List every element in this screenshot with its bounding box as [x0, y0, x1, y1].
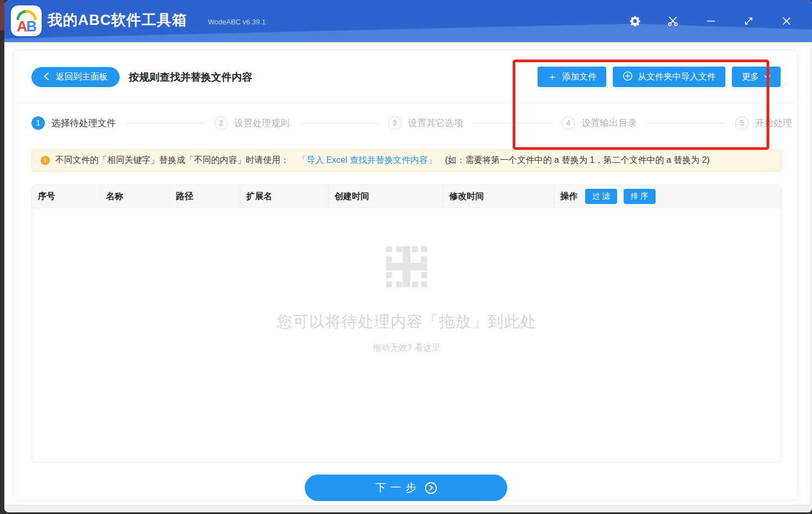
logo-letter-a: A	[17, 18, 27, 35]
column-header-actions: 操作 过滤 排序	[554, 185, 781, 208]
back-to-dashboard-button[interactable]: 返回到主面板	[31, 67, 120, 87]
chevron-down-icon	[764, 72, 771, 82]
plus-icon: ＋	[547, 72, 557, 82]
minimize-button[interactable]	[692, 8, 730, 34]
import-from-folder-button[interactable]: 从文件夹中导入文件	[613, 67, 725, 87]
banner-text-after: (如：需要将第一个文件中的 a 替换为 1，第二个文件中的 a 替换为 2)	[445, 155, 710, 166]
step-select-files[interactable]: 1 选择待处理文件	[31, 116, 116, 130]
step-label: 选择待处理文件	[51, 117, 116, 129]
app-window: AB 我的ABC软件工具箱 WodeABC v6.39.1	[4, 0, 812, 512]
step-label: 设置输出目录	[581, 117, 637, 129]
add-files-button[interactable]: ＋ 添加文件	[538, 67, 606, 87]
column-header-index: 序号	[32, 185, 100, 208]
window-bottom-bar	[4, 505, 812, 512]
screenshot-tool-button[interactable]	[654, 8, 692, 34]
circle-arrow-right-icon	[425, 482, 437, 494]
file-table: 序号 名称 路径 扩展名 创建时间 修改时间 操作 过滤 排序	[31, 184, 782, 463]
close-icon	[781, 16, 792, 27]
actions-label: 操作	[560, 191, 578, 202]
more-button-label: 更多	[742, 71, 759, 83]
next-step-label: 下一步	[375, 480, 421, 495]
banner-text-before: 不同文件的「相同关键字」替换成「不同的内容」时请使用：	[55, 155, 289, 166]
resize-icon	[743, 16, 754, 27]
step-label: 开始处理	[755, 117, 792, 129]
close-button[interactable]	[768, 8, 806, 34]
table-header: 序号 名称 路径 扩展名 创建时间 修改时间 操作 过滤 排序	[32, 185, 781, 208]
back-button-label: 返回到主面板	[56, 71, 108, 83]
step-connector	[299, 123, 378, 123]
app-version: WodeABC v6.39.1	[208, 18, 266, 26]
maximize-button[interactable]	[730, 8, 768, 34]
step-number: 5	[735, 116, 749, 130]
step-other-options[interactable]: 3 设置其它选项	[388, 116, 463, 130]
step-start-processing[interactable]: 5 开始处理	[735, 116, 792, 130]
scissors-icon	[667, 15, 679, 27]
warning-icon: !	[41, 156, 50, 165]
drop-zone-plus-icon	[386, 246, 427, 287]
step-number: 3	[388, 116, 402, 130]
titlebar: AB 我的ABC软件工具箱 WodeABC v6.39.1	[4, 0, 812, 42]
drag-help-text: 拖动无效? 看这里	[372, 342, 440, 354]
step-output-directory[interactable]: 4 设置输出目录	[561, 116, 637, 130]
import-from-folder-label: 从文件夹中导入文件	[638, 71, 716, 83]
logo-letter-b: B	[27, 18, 36, 35]
drop-zone[interactable]: 您可以将待处理内容「拖放」到此处 拖动无效? 看这里	[32, 208, 781, 462]
logo-letters: AB	[11, 19, 42, 34]
wizard-steps: 1 选择待处理文件 2 设置处理规则 3 设置其它选项 4 设置输出目录	[31, 103, 792, 142]
step-connector	[126, 123, 205, 123]
column-header-path: 路径	[170, 185, 240, 208]
toolbar-row: 返回到主面板 按规则查找并替换文件内容 ＋ 添加文件 从文件夹	[14, 50, 797, 103]
step-number: 4	[561, 116, 575, 130]
step-number: 2	[214, 116, 228, 130]
step-label: 设置其它选项	[408, 117, 463, 129]
main-card: 返回到主面板 按规则查找并替换文件内容 ＋ 添加文件 从文件夹	[13, 50, 798, 500]
more-button[interactable]: 更多	[732, 67, 781, 87]
step-connector	[473, 123, 552, 123]
info-banner: ! 不同文件的「相同关键字」替换成「不同的内容」时请使用： 「导入 Excel …	[31, 149, 782, 172]
step-number: 1	[31, 116, 45, 130]
next-step-button[interactable]: 下一步	[305, 475, 507, 501]
column-header-modified: 修改时间	[443, 185, 554, 208]
circle-plus-icon	[623, 71, 633, 83]
column-header-extension: 扩展名	[240, 185, 329, 208]
window-controls	[616, 0, 806, 42]
add-files-label: 添加文件	[562, 71, 597, 83]
column-header-created: 创建时间	[329, 185, 443, 208]
column-header-name: 名称	[100, 185, 170, 208]
settings-button[interactable]	[616, 8, 654, 34]
minimize-icon	[705, 16, 716, 27]
app-title: 我的ABC软件工具箱	[48, 10, 187, 30]
step-set-rules[interactable]: 2 设置处理规则	[214, 116, 290, 130]
desktop-background-accent	[0, 0, 4, 30]
gear-icon	[629, 15, 641, 27]
step-label: 设置处理规则	[234, 117, 290, 129]
filter-button[interactable]: 过滤	[585, 189, 617, 204]
screen: AB 我的ABC软件工具箱 WodeABC v6.39.1	[0, 0, 812, 514]
window-right-edge	[809, 42, 812, 505]
chevron-left-icon	[43, 72, 49, 83]
app-logo: AB	[11, 5, 42, 36]
sort-button[interactable]: 排序	[624, 189, 656, 204]
page-title: 按规则查找并替换文件内容	[129, 67, 252, 87]
file-action-buttons: ＋ 添加文件 从文件夹中导入文件 更多	[538, 67, 781, 87]
step-connector	[646, 123, 725, 123]
excel-import-link[interactable]: 「导入 Excel 查找并替换文件内容」	[298, 155, 436, 166]
desktop-background-sliver	[0, 0, 4, 514]
drop-hint-text: 您可以将待处理内容「拖放」到此处	[277, 311, 536, 333]
